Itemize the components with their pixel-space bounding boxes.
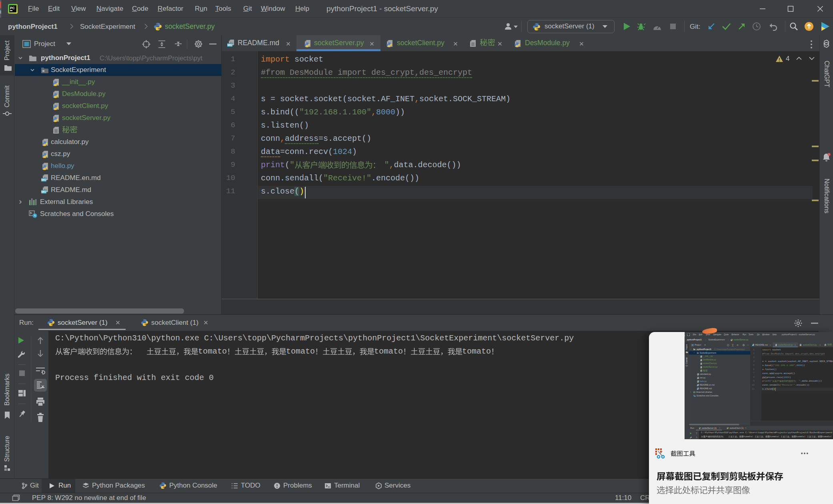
- svg-text:MD: MD: [41, 190, 46, 194]
- svg-text:PC: PC: [10, 6, 15, 10]
- svg-text:MD: MD: [41, 178, 46, 182]
- svg-text:MD: MD: [697, 389, 699, 390]
- svg-text:MD: MD: [227, 43, 232, 47]
- svg-text:MD: MD: [752, 345, 754, 346]
- svg-text:MD: MD: [697, 385, 699, 386]
- svg-text:PC: PC: [687, 334, 689, 335]
